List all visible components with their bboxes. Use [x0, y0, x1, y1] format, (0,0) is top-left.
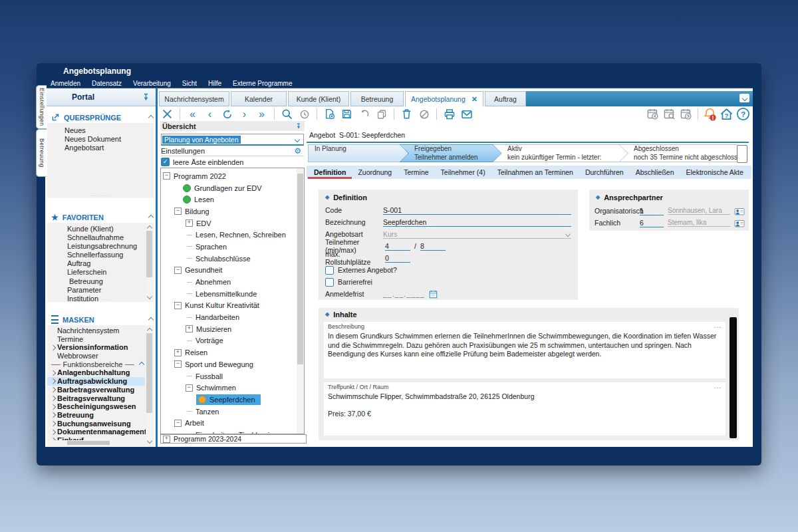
collapse-expander-icon[interactable]: −	[163, 172, 170, 180]
workflow-step-freigegeben-active[interactable]: FreigegebenTeilnehmer anmelden	[400, 144, 502, 162]
maske-item[interactable]: Buchungsanweisung	[47, 420, 145, 428]
masken-header[interactable]: MASKEN	[45, 315, 153, 325]
contact-lookup-icon[interactable]	[734, 206, 745, 216]
tab-overflow-button[interactable]	[739, 94, 749, 102]
contact-lookup-icon[interactable]	[734, 218, 745, 228]
beschreibung-text[interactable]: In diesem Grundkurs Schwimmen erlernen d…	[328, 332, 719, 359]
inhalte-scrollbar[interactable]	[730, 317, 737, 438]
offer-tab-zuordnung[interactable]: Zuordnung	[352, 166, 398, 179]
expand-expander-icon[interactable]: +	[186, 219, 193, 227]
expand-expander-icon[interactable]: +	[186, 325, 193, 332]
tree-item[interactable]: −Gesundheit	[163, 265, 295, 277]
tree-item[interactable]: −Schwimmen	[163, 382, 295, 394]
offer-tab-teilnehmer[interactable]: Teilnehmer (4)	[435, 166, 491, 179]
tree-item[interactable]: Grundlagen zur EDV	[163, 182, 295, 194]
tree-item[interactable]: Fussball	[163, 370, 295, 382]
tab-auftrag[interactable]: Auftrag	[485, 91, 526, 106]
email-icon[interactable]	[460, 107, 473, 121]
tree-item[interactable]: Handarbeiten	[163, 311, 295, 323]
gear-icon[interactable]: ⚙	[294, 147, 301, 155]
undo-icon[interactable]	[357, 107, 371, 121]
favoriten-header[interactable]: ★ FAVORITEN	[45, 212, 153, 222]
quersprung-item[interactable]: Neues Dokument	[47, 135, 154, 144]
beschreibung-more-button[interactable]: ...	[714, 322, 722, 329]
tree-item[interactable]: Sprachen	[163, 241, 295, 253]
maske-item[interactable]: Bescheinigungswesen	[47, 402, 145, 411]
side-tab-betreuung[interactable]: Betreuung	[36, 129, 47, 177]
tree-item[interactable]: −Kunst Kultur Kreativität	[163, 300, 295, 312]
expand-icon[interactable]	[51, 344, 56, 350]
favorit-item[interactable]: Kunde (Klient)	[47, 225, 145, 233]
workflow-step-in-planung[interactable]: In Planung	[308, 144, 409, 162]
maske-item[interactable]: Barbetragsverwaltung	[47, 386, 145, 394]
offer-tab-abschliessen[interactable]: Abschließen	[630, 166, 680, 179]
tree-item[interactable]: Lesen	[163, 194, 295, 205]
calendar-next-icon[interactable]	[679, 107, 693, 121]
favorit-item[interactable]: Parameter	[47, 286, 145, 295]
offer-tab-teilnahmen[interactable]: Teilnahmen an Terminen	[491, 166, 579, 179]
workflow-step-abgeschlossen[interactable]: Abgeschlossennoch 35 Termine nicht abges…	[619, 144, 737, 162]
favorit-item[interactable]: Lieferschein	[47, 268, 145, 277]
calendar-previous-icon[interactable]	[646, 107, 660, 121]
tree-item-selected[interactable]: Seepferdchen	[163, 394, 295, 406]
code-field[interactable]: S-001	[383, 206, 571, 215]
last-record-icon[interactable]: »	[255, 107, 269, 121]
settings-row[interactable]: Einstellungen ⚙	[161, 146, 304, 156]
tree-item[interactable]: Abnehmen	[163, 276, 295, 288]
favorit-item[interactable]: Schnellerfassung	[47, 251, 145, 259]
section-drag-handle[interactable]: ··········	[47, 194, 154, 198]
save-icon[interactable]	[340, 107, 354, 121]
treffpunkt-text[interactable]: Schwimmschule Flipper, Schwimmbadstraße …	[328, 392, 719, 402]
maske-item[interactable]: Dokumentenmanagement	[47, 428, 145, 436]
collapse-icon[interactable]	[148, 114, 154, 120]
expand-expander-icon[interactable]: +	[163, 436, 170, 443]
pin-icon[interactable]	[142, 92, 150, 102]
preis-text[interactable]: Preis: 37,00 €	[328, 410, 719, 419]
menu-anmelden[interactable]: Anmelden	[51, 80, 80, 87]
menu-hilfe[interactable]: Hilfe	[208, 80, 221, 87]
tree-item[interactable]: −Arbeit	[163, 417, 295, 429]
collapse-expander-icon[interactable]: −	[174, 360, 182, 368]
organisatorisch-number-field[interactable]: 1	[640, 207, 664, 215]
tab-kunde-klient[interactable]: Kunde (Klient)	[288, 91, 349, 106]
previous-record-icon[interactable]: ‹	[203, 107, 217, 121]
tree-item[interactable]: Lesen, Rechnen, Schreiben	[163, 229, 295, 241]
refresh-icon[interactable]	[220, 107, 234, 121]
maske-item[interactable]: Betreuung	[47, 411, 145, 420]
calendar-search-icon[interactable]	[662, 107, 676, 121]
first-record-icon[interactable]: «	[186, 107, 200, 121]
workflow-step-aktiv[interactable]: Aktivkein zukünftiger Termin - letzter:	[493, 144, 628, 162]
collapse-icon[interactable]	[148, 317, 154, 322]
tree-item[interactable]: −Programm 2022	[163, 170, 295, 182]
print-icon[interactable]	[442, 107, 456, 121]
quersprung-item[interactable]: Angebotsart	[47, 144, 154, 152]
maske-item[interactable]: Nachrichtensystem	[47, 327, 145, 335]
cancel-icon[interactable]	[417, 107, 431, 121]
tab-nachrichtensystem[interactable]: Nachrichtensystem	[159, 91, 229, 106]
help-icon[interactable]: ?	[736, 107, 750, 121]
menu-datensatz[interactable]: Datensatz	[92, 80, 122, 87]
maske-item[interactable]: Versionsinformation	[47, 343, 145, 352]
notifications-bell-icon[interactable]: !	[703, 107, 717, 121]
offer-tab-termine[interactable]: Termine	[398, 166, 434, 179]
tree-item[interactable]: Einarbeitung Tischlerei	[163, 429, 295, 434]
anmeldefrist-field[interactable]: __.__.____	[383, 290, 425, 298]
tree-item[interactable]: +Musizieren	[163, 323, 295, 335]
tree-item[interactable]: +Reisen	[163, 346, 295, 358]
offer-tab-definition-active[interactable]: Definition	[308, 166, 352, 179]
rollstuhl-field[interactable]: 0	[385, 254, 410, 263]
collapse-expander-icon[interactable]: −	[174, 207, 182, 215]
history-clock-icon[interactable]	[297, 107, 311, 121]
favorit-item[interactable]: Schnellaufnahme	[47, 233, 145, 242]
tree-item[interactable]: −Sport und Bewegung	[163, 358, 295, 370]
tab-angebotsplanung-active[interactable]: Angebotsplanung✕	[405, 91, 483, 107]
date-picker-calendar-icon[interactable]	[429, 290, 438, 299]
home-help-icon[interactable]: ?	[720, 107, 733, 121]
offer-tab-elektronische-akte[interactable]: Elektronische Akte	[680, 166, 749, 179]
offer-tab-durchfuehren[interactable]: Durchführen	[579, 166, 630, 179]
tree-item[interactable]: Tanzen	[163, 406, 295, 418]
treffpunkt-more-button[interactable]: ...	[714, 382, 722, 390]
maske-item[interactable]: Anlagenbuchhaltung	[47, 368, 145, 377]
tree-item[interactable]: Schulabschlüsse	[163, 253, 295, 265]
quersprung-item[interactable]: Neues	[47, 126, 154, 135]
